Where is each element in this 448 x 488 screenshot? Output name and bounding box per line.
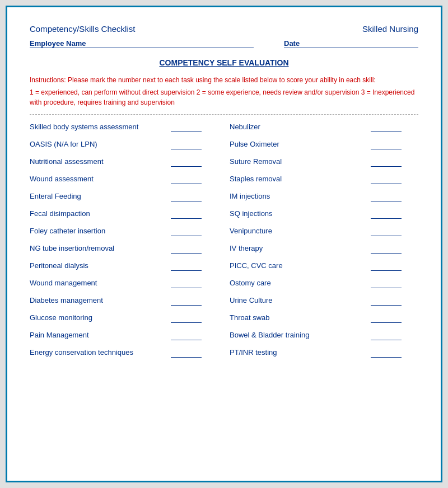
skills-grid: Skilled body systems assessment OASIS (N… — [30, 121, 418, 364]
skill-label: Wound assessment — [30, 175, 166, 183]
skill-score-line[interactable] — [371, 121, 402, 132]
instructions-line1: Instructions: Please mark the number nex… — [30, 75, 418, 85]
skill-label: Energy conservation techniques — [30, 348, 166, 356]
skill-score-line[interactable] — [171, 121, 202, 132]
column-divider — [218, 121, 230, 364]
list-item: Wound assessment — [30, 173, 218, 184]
page-container: Competency/Skills Checklist Skilled Nurs… — [6, 6, 442, 482]
skill-label: NG tube insertion/removal — [30, 244, 166, 252]
date-line[interactable] — [351, 39, 418, 48]
list-item: IM injections — [230, 191, 418, 201]
skill-label: Peritoneal dialysis — [30, 261, 166, 270]
list-item: OASIS (N/A for LPN) — [30, 139, 218, 149]
skill-score-line[interactable] — [371, 156, 402, 167]
list-item: Peritoneal dialysis — [30, 260, 218, 271]
skill-score-line[interactable] — [171, 139, 202, 149]
skill-score-line[interactable] — [171, 173, 202, 184]
instructions: Instructions: Please mark the number nex… — [30, 75, 418, 115]
skill-label: Throat swab — [230, 313, 366, 322]
skill-label: Nebulizer — [230, 123, 366, 131]
skill-label: Enteral Feeding — [30, 192, 166, 200]
skill-score-line[interactable] — [171, 312, 202, 323]
skill-score-line[interactable] — [371, 191, 402, 201]
skill-score-line[interactable] — [371, 208, 402, 219]
list-item: Ostomy care — [230, 278, 418, 288]
skill-score-line[interactable] — [171, 330, 202, 340]
skill-score-line[interactable] — [371, 226, 402, 236]
skill-label: Fecal disimpaction — [30, 209, 166, 218]
list-item: PT/INR testing — [230, 347, 418, 358]
skill-label: Ostomy care — [230, 279, 366, 287]
skill-score-line[interactable] — [371, 347, 402, 358]
skill-label: Suture Removal — [230, 157, 366, 166]
employee-row: Employee Name Date — [30, 39, 418, 48]
list-item: Pain Management — [30, 330, 218, 340]
list-item: Skilled body systems assessment — [30, 121, 218, 132]
skill-label: Pulse Oximeter — [230, 140, 366, 148]
list-item: Wound management — [30, 278, 218, 288]
skill-label: SQ injections — [230, 209, 366, 218]
list-item: Pulse Oximeter — [230, 139, 418, 149]
date-field[interactable]: Date — [284, 39, 418, 48]
list-item: Nebulizer — [230, 121, 418, 132]
list-item: Venipuncture — [230, 226, 418, 236]
skill-score-line[interactable] — [171, 156, 202, 167]
skill-score-line[interactable] — [371, 243, 402, 254]
skill-score-line[interactable] — [371, 260, 402, 271]
list-item: Glucose monitoring — [30, 312, 218, 323]
skill-label: IV therapy — [230, 244, 366, 252]
list-item: Throat swab — [230, 312, 418, 323]
skill-label: Wound management — [30, 279, 166, 287]
list-item: Fecal disimpaction — [30, 208, 218, 219]
skill-score-line[interactable] — [171, 226, 202, 236]
skill-label: Pain Management — [30, 331, 166, 339]
skill-label: PT/INR testing — [230, 348, 366, 356]
list-item: Energy conservation techniques — [30, 347, 218, 358]
employee-name-field[interactable]: Employee Name — [30, 39, 254, 48]
skill-score-line[interactable] — [371, 278, 402, 288]
list-item: Staples removal — [230, 173, 418, 184]
skill-label: Bowel & Bladder training — [230, 331, 366, 339]
list-item: Enteral Feeding — [30, 191, 218, 201]
right-skills-column: Nebulizer Pulse Oximeter Suture Removal … — [230, 121, 418, 364]
list-item: Nutritional assessment — [30, 156, 218, 167]
header-row: Competency/Skills Checklist Skilled Nurs… — [30, 24, 418, 34]
list-item: NG tube insertion/removal — [30, 243, 218, 254]
header-right-title: Skilled Nursing — [362, 24, 418, 34]
skill-label: Nutritional assessment — [30, 157, 166, 166]
skill-score-line[interactable] — [371, 139, 402, 149]
list-item: IV therapy — [230, 243, 418, 254]
header-left-title: Competency/Skills Checklist — [30, 24, 135, 34]
skill-label: OASIS (N/A for LPN) — [30, 140, 166, 148]
skill-label: Urine Culture — [230, 296, 366, 304]
skill-label: IM injections — [230, 192, 366, 200]
list-item: Diabetes management — [30, 295, 218, 306]
skill-score-line[interactable] — [371, 173, 402, 184]
employee-name-line[interactable] — [142, 39, 254, 48]
skill-score-line[interactable] — [171, 278, 202, 288]
skill-score-line[interactable] — [171, 260, 202, 271]
skill-label: Venipuncture — [230, 227, 366, 235]
list-item: Urine Culture — [230, 295, 418, 306]
skill-label: Foley catheter insertion — [30, 227, 166, 235]
list-item: Bowel & Bladder training — [230, 330, 418, 340]
section-title: COMPETENCY SELF EVALUATION — [30, 58, 418, 67]
list-item: Foley catheter insertion — [30, 226, 218, 236]
skill-score-line[interactable] — [171, 208, 202, 219]
skill-label: Diabetes management — [30, 296, 166, 304]
skill-score-line[interactable] — [371, 312, 402, 323]
instructions-line2: 1 = experienced, can perform without dir… — [30, 87, 418, 107]
skill-score-line[interactable] — [171, 347, 202, 358]
skill-label: PICC, CVC care — [230, 261, 366, 270]
skill-label: Glucose monitoring — [30, 313, 166, 322]
skill-score-line[interactable] — [171, 191, 202, 201]
skill-label: Skilled body systems assessment — [30, 123, 166, 131]
skill-score-line[interactable] — [371, 330, 402, 340]
list-item: Suture Removal — [230, 156, 418, 167]
skill-score-line[interactable] — [171, 243, 202, 254]
left-skills-column: Skilled body systems assessment OASIS (N… — [30, 121, 218, 364]
skill-score-line[interactable] — [171, 295, 202, 306]
skill-score-line[interactable] — [371, 295, 402, 306]
list-item: PICC, CVC care — [230, 260, 418, 271]
list-item: SQ injections — [230, 208, 418, 219]
